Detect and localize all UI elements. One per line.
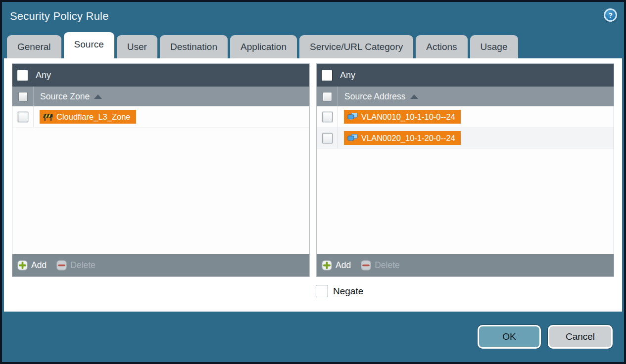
negate-checkbox[interactable] <box>316 285 328 297</box>
source-zone-row[interactable]: Cloudflare_L3_Zone <box>12 106 309 128</box>
source-zone-column-header[interactable]: Source Zone <box>12 87 309 106</box>
zone-icon <box>43 113 53 121</box>
source-address-select-all-checkbox[interactable] <box>323 92 332 101</box>
sort-ascending-icon[interactable] <box>94 94 102 99</box>
source-zone-panel: Any Source Zone <box>12 63 310 277</box>
source-address-any-checkbox[interactable] <box>321 70 333 81</box>
address-icon <box>347 134 358 142</box>
sort-ascending-icon[interactable] <box>410 94 418 99</box>
tab-user[interactable]: User <box>117 35 157 58</box>
source-zone-panel-footer: Add Delete <box>12 254 309 276</box>
negate-label: Negate <box>333 286 363 297</box>
header-checkbox-cell <box>12 87 34 106</box>
add-icon <box>17 260 28 271</box>
delete-label: Delete <box>375 260 400 271</box>
help-icon[interactable]: ? <box>604 8 617 22</box>
source-address-panel-footer: Add Delete <box>317 254 614 276</box>
help-icon-glyph: ? <box>605 10 616 20</box>
source-address-column-header[interactable]: Source Address <box>317 87 614 106</box>
source-address-delete-button[interactable]: Delete <box>361 260 400 271</box>
source-address-column-label: Source Address <box>344 91 406 102</box>
tab-usage[interactable]: Usage <box>470 35 518 58</box>
ok-button[interactable]: OK <box>478 325 541 349</box>
source-address-list: VLAN0010_10-1-10-0--24 <box>317 106 614 254</box>
source-zone-delete-button[interactable]: Delete <box>56 260 96 271</box>
source-address-any-label: Any <box>340 70 355 81</box>
zone-name: Cloudflare_L3_Zone <box>56 112 131 122</box>
source-address-row-checkbox[interactable] <box>322 112 333 122</box>
tab-application[interactable]: Application <box>230 35 297 58</box>
tab-source[interactable]: Source <box>64 32 114 58</box>
source-zone-add-button[interactable]: Add <box>17 260 47 271</box>
source-zone-column-label: Source Zone <box>40 91 90 102</box>
add-label: Add <box>336 260 351 271</box>
source-zone-row-checkbox[interactable] <box>18 112 28 122</box>
negate-row: Negate <box>316 285 614 297</box>
source-zone-any-label: Any <box>36 70 51 81</box>
tab-service-url-category[interactable]: Service/URL Category <box>299 35 413 58</box>
address-name: VLAN0020_10-1-20-0--24 <box>361 134 455 143</box>
source-address-any-row: Any <box>317 64 614 87</box>
add-icon <box>322 260 332 271</box>
zone-chip[interactable]: Cloudflare_L3_Zone <box>40 110 136 124</box>
row-checkbox-cell <box>317 128 338 148</box>
source-address-add-button[interactable]: Add <box>322 260 351 271</box>
dialog-footer: OK Cancel <box>2 312 624 363</box>
address-chip[interactable]: VLAN0020_10-1-20-0--24 <box>344 131 461 145</box>
delete-icon <box>361 260 371 271</box>
add-label: Add <box>31 260 47 271</box>
header-checkbox-cell <box>317 87 338 106</box>
dialog-title: Security Policy Rule <box>10 10 109 23</box>
delete-label: Delete <box>70 260 96 271</box>
cancel-button[interactable]: Cancel <box>548 325 613 349</box>
source-zone-any-checkbox[interactable] <box>17 70 28 81</box>
tab-actions[interactable]: Actions <box>416 35 467 58</box>
source-zone-any-row: Any <box>12 64 309 87</box>
source-address-row[interactable]: VLAN0020_10-1-20-0--24 <box>317 128 614 149</box>
row-checkbox-cell <box>317 106 338 127</box>
tab-destination[interactable]: Destination <box>160 35 228 58</box>
source-address-row-checkbox[interactable] <box>322 133 333 143</box>
source-address-panel: Any Source Address <box>316 63 614 277</box>
titlebar: Security Policy Rule ? <box>2 2 624 31</box>
address-chip[interactable]: VLAN0010_10-1-10-0--24 <box>344 110 461 124</box>
tab-strip: General Source User Destination Applicat… <box>2 31 624 58</box>
tab-general[interactable]: General <box>7 35 61 58</box>
source-address-row[interactable]: VLAN0010_10-1-10-0--24 <box>317 106 614 128</box>
address-name: VLAN0010_10-1-10-0--24 <box>361 112 455 122</box>
source-tab-content: Any Source Zone <box>4 58 622 312</box>
delete-icon <box>56 260 67 271</box>
source-zone-select-all-checkbox[interactable] <box>18 92 28 101</box>
source-zone-list: Cloudflare_L3_Zone <box>12 106 309 254</box>
security-policy-rule-dialog: Security Policy Rule ? General Source Us… <box>0 0 626 364</box>
address-icon <box>347 113 358 121</box>
row-checkbox-cell <box>12 106 34 127</box>
